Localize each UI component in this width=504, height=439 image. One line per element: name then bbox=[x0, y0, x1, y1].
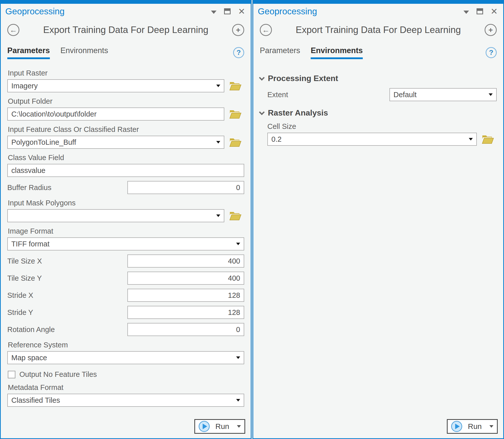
folder-icon bbox=[482, 134, 494, 144]
browse-folder-button[interactable] bbox=[482, 134, 494, 144]
help-button[interactable]: ? bbox=[233, 47, 244, 58]
section-title: Raster Analysis bbox=[268, 108, 328, 118]
chevron-down-icon bbox=[236, 399, 240, 401]
input-value: 0 bbox=[236, 325, 240, 334]
input-feature-class-label: Input Feature Class Or Classified Raster bbox=[8, 125, 244, 134]
back-arrow-icon: ← bbox=[262, 26, 270, 34]
input-raster-combobox[interactable]: Imagery bbox=[7, 79, 224, 92]
rotation-angle-input[interactable]: 0 bbox=[127, 323, 244, 336]
stride-x-input[interactable]: 128 bbox=[127, 289, 244, 302]
back-button[interactable]: ← bbox=[7, 24, 19, 36]
metadata-format-label: Metadata Format bbox=[8, 383, 244, 392]
metadata-format-combobox[interactable]: Classified Tiles bbox=[7, 394, 244, 407]
input-feature-class-combobox[interactable]: PolygonToLine_Buff bbox=[7, 136, 224, 149]
input-raster-label: Input Raster bbox=[8, 69, 244, 77]
combo-value: 0.2 bbox=[271, 135, 281, 143]
tab-bar: Parameters Environments ? bbox=[253, 36, 503, 59]
geoprocessing-pane-environments: Geoprocessing ✕ ← Export Training Data F… bbox=[253, 0, 504, 439]
geoprocessing-pane-parameters: Geoprocessing ✕ ← Export Training Data F… bbox=[0, 0, 251, 439]
tile-size-x-input[interactable]: 400 bbox=[127, 254, 244, 268]
combo-value: Default bbox=[393, 91, 417, 99]
environments-form: Processing Extent Extent Default Raster … bbox=[253, 59, 503, 146]
tab-environments[interactable]: Environments bbox=[60, 46, 108, 59]
stride-y-label: Stride Y bbox=[7, 308, 33, 317]
image-format-combobox[interactable]: TIFF format bbox=[7, 237, 244, 250]
combo-value: TIFF format bbox=[11, 240, 49, 248]
back-button[interactable]: ← bbox=[260, 24, 272, 36]
browse-folder-button[interactable] bbox=[229, 211, 241, 221]
parameters-form: Input Raster Imagery Output Folder C:\lo… bbox=[1, 59, 251, 407]
window-controls: ✕ bbox=[211, 7, 245, 16]
tile-size-x-label: Tile Size X bbox=[7, 257, 42, 265]
section-processing-extent[interactable]: Processing Extent bbox=[260, 74, 497, 83]
back-arrow-icon: ← bbox=[10, 26, 17, 34]
browse-folder-button[interactable] bbox=[229, 109, 241, 119]
folder-icon bbox=[229, 137, 241, 147]
add-to-model-button[interactable]: + bbox=[232, 24, 244, 36]
folder-icon bbox=[229, 81, 241, 91]
help-button[interactable]: ? bbox=[486, 47, 497, 58]
section-raster-analysis[interactable]: Raster Analysis bbox=[260, 108, 497, 118]
add-to-model-button[interactable]: + bbox=[485, 24, 497, 36]
pane-menu-icon[interactable] bbox=[211, 11, 217, 14]
pane-accent-strip bbox=[1, 1, 251, 4]
tab-environments[interactable]: Environments bbox=[311, 46, 363, 59]
browse-folder-button[interactable] bbox=[229, 81, 241, 91]
cell-size-label: Cell Size bbox=[267, 122, 497, 131]
stride-y-input[interactable]: 128 bbox=[127, 306, 244, 319]
maximize-icon[interactable] bbox=[477, 8, 483, 14]
tab-parameters[interactable]: Parameters bbox=[7, 46, 50, 59]
folder-icon bbox=[229, 109, 241, 119]
help-icon: ? bbox=[236, 49, 241, 57]
combo-value: Classified Tiles bbox=[11, 396, 60, 405]
class-value-field-label: Class Value Field bbox=[8, 153, 244, 162]
window-controls: ✕ bbox=[463, 7, 498, 16]
run-button-label: Run bbox=[468, 422, 482, 431]
run-button[interactable]: Run bbox=[194, 419, 245, 434]
pane-title: Geoprocessing bbox=[258, 6, 317, 16]
run-options-chevron-icon[interactable] bbox=[237, 425, 241, 428]
tool-header: ← Export Training Data For Deep Learning… bbox=[253, 16, 503, 36]
tool-title: Export Training Data For Deep Learning bbox=[272, 25, 485, 35]
output-folder-input[interactable]: C:\location\to\output\folder bbox=[7, 107, 224, 121]
close-icon[interactable]: ✕ bbox=[491, 7, 498, 16]
buffer-radius-input[interactable]: 0 bbox=[127, 181, 244, 194]
tab-parameters[interactable]: Parameters bbox=[260, 46, 300, 59]
run-button[interactable]: Run bbox=[447, 419, 498, 434]
tile-size-y-input[interactable]: 400 bbox=[127, 272, 244, 285]
combo-value: Map space bbox=[11, 354, 47, 362]
output-folder-label: Output Folder bbox=[8, 97, 244, 105]
extent-combobox[interactable]: Default bbox=[389, 88, 497, 101]
output-no-feature-tiles-checkbox[interactable] bbox=[8, 371, 15, 378]
pane-title: Geoprocessing bbox=[5, 6, 64, 16]
input-value: 128 bbox=[228, 308, 240, 317]
class-value-field-input[interactable]: classvalue bbox=[7, 164, 244, 177]
input-value: 400 bbox=[228, 274, 240, 282]
tile-size-y-label: Tile Size Y bbox=[7, 274, 42, 282]
maximize-icon[interactable] bbox=[224, 8, 231, 14]
browse-folder-button[interactable] bbox=[229, 137, 241, 147]
image-format-label: Image Format bbox=[8, 227, 244, 235]
reference-system-combobox[interactable]: Map space bbox=[7, 351, 244, 364]
input-mask-polygons-label: Input Mask Polygons bbox=[8, 199, 244, 207]
close-icon[interactable]: ✕ bbox=[238, 7, 245, 16]
cell-size-combobox[interactable]: 0.2 bbox=[267, 133, 477, 146]
pane-menu-icon[interactable] bbox=[463, 11, 469, 14]
tool-title: Export Training Data For Deep Learning bbox=[19, 25, 232, 35]
reference-system-label: Reference System bbox=[8, 341, 244, 349]
help-icon: ? bbox=[489, 49, 493, 57]
stride-x-label: Stride X bbox=[7, 291, 33, 300]
chevron-down-icon bbox=[236, 243, 240, 245]
tool-header: ← Export Training Data For Deep Learning… bbox=[1, 16, 251, 36]
input-value: classvalue bbox=[11, 166, 45, 175]
pane-titlebar: Geoprocessing ✕ bbox=[1, 4, 251, 16]
chevron-down-icon bbox=[259, 75, 265, 81]
plus-icon: + bbox=[236, 26, 240, 34]
chevron-down-icon bbox=[469, 138, 473, 140]
input-mask-polygons-combobox[interactable] bbox=[7, 209, 224, 222]
run-play-icon bbox=[199, 421, 210, 432]
tab-bar: Parameters Environments ? bbox=[1, 36, 251, 59]
input-value: 128 bbox=[228, 291, 240, 300]
input-value: C:\location\to\output\folder bbox=[11, 110, 97, 118]
run-options-chevron-icon[interactable] bbox=[489, 425, 493, 428]
